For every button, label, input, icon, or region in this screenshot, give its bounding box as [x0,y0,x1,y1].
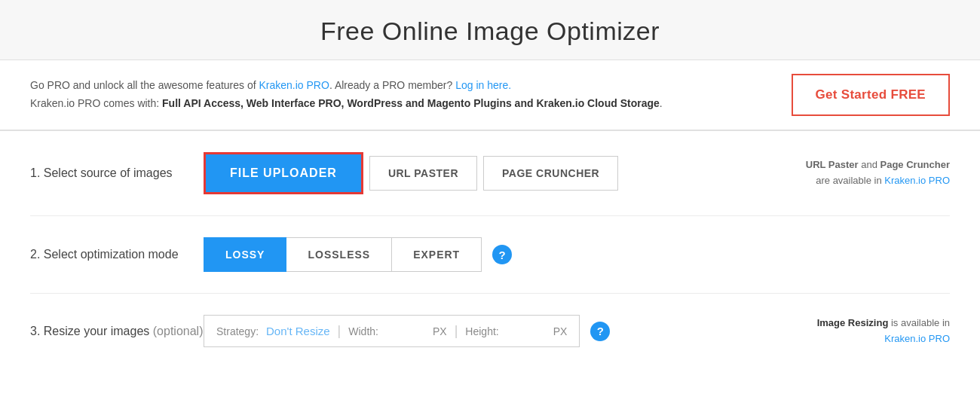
resize-help-icon[interactable]: ? [590,322,610,341]
source-tabs: FILE UPLOADER URL PASTER PAGE CRUNCHER [204,152,618,194]
section2-controls: LOSSY LOSSLESS EXPERT ? [204,237,950,272]
strategy-value[interactable]: Don't Resize [266,325,330,337]
height-field: Height: PX [465,325,567,337]
lossless-button[interactable]: LOSSLESS [286,237,392,272]
page-header: Free Online Image Optimizer [0,0,980,60]
section3-label: 3. Resize your images (optional) [30,325,204,338]
section1-controls: FILE UPLOADER URL PASTER PAGE CRUNCHER U… [204,152,950,194]
expert-button[interactable]: EXPERT [392,237,482,272]
section1-label: 1. Select source of images [30,166,204,180]
section-optimization: 2. Select optimization mode LOSSY LOSSLE… [30,216,950,294]
section2-label: 2. Select optimization mode [30,248,204,261]
strategy-label: Strategy: [216,325,259,337]
main-content: 1. Select source of images FILE UPLOADER… [0,131,980,368]
page-cruncher-button[interactable]: PAGE CRUNCHER [483,156,618,191]
width-field: Width: PX [348,325,446,337]
kraken-pro-link-source[interactable]: Kraken.io PRO [884,175,950,186]
resize-controls: Strategy: Don't Resize | Width: PX | Hei… [204,315,817,347]
resize-note: Image Resizing is available in Kraken.io… [817,316,950,347]
optimization-tabs: LOSSY LOSSLESS EXPERT [204,237,482,272]
optimization-help-icon[interactable]: ? [492,245,512,264]
url-paster-button[interactable]: URL PASTER [369,156,477,191]
get-started-button[interactable]: Get Started FREE [792,74,951,116]
resize-divider2: | [455,323,458,339]
lossy-button[interactable]: LOSSY [204,237,286,272]
file-uploader-button[interactable]: FILE UPLOADER [204,152,363,194]
resize-box: Strategy: Don't Resize | Width: PX | Hei… [204,315,580,347]
section3-controls: Strategy: Don't Resize | Width: PX | Hei… [204,315,950,347]
kraken-pro-link[interactable]: Kraken.io PRO [259,79,329,91]
section-source: 1. Select source of images FILE UPLOADER… [30,131,950,216]
pro-banner-text: Go PRO and unlock all the awesome featur… [30,77,663,113]
section-resize: 3. Resize your images (optional) Strateg… [30,294,950,368]
resize-divider: | [338,323,341,339]
width-input[interactable] [383,325,428,337]
page-title: Free Online Image Optimizer [0,17,980,46]
height-input[interactable] [504,325,549,337]
login-link[interactable]: Log in here. [455,79,511,91]
source-note: URL Paster and Page Cruncher are availab… [806,157,950,189]
pro-banner-line2: Kraken.io PRO comes with: Full API Acces… [30,95,663,113]
pro-banner: Go PRO and unlock all the awesome featur… [0,60,980,131]
pro-banner-line1: Go PRO and unlock all the awesome featur… [30,77,663,95]
kraken-pro-link-resize[interactable]: Kraken.io PRO [884,333,950,344]
